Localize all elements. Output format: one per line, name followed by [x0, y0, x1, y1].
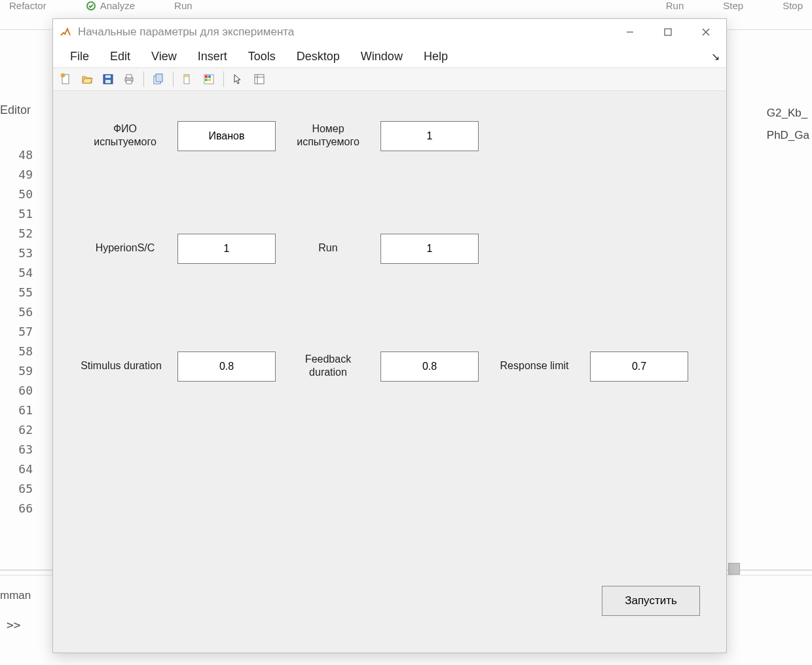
- bg-line-number: 60: [7, 381, 33, 401]
- bg-editor-label: Editor: [0, 103, 31, 117]
- svg-rect-9: [105, 80, 111, 83]
- bg-line-number: 58: [7, 342, 33, 361]
- minimize-button[interactable]: [611, 19, 649, 45]
- bg-file-item: PhD_Ga: [767, 124, 809, 147]
- menubar: File Edit View Insert Tools Desktop Wind…: [53, 45, 726, 67]
- bg-line-number: 59: [7, 361, 33, 381]
- svg-rect-8: [105, 75, 111, 78]
- print-icon[interactable]: [120, 70, 138, 88]
- svg-rect-19: [208, 75, 211, 78]
- save-icon[interactable]: [99, 70, 117, 88]
- matlab-icon: [60, 26, 71, 38]
- input-subject-name[interactable]: [177, 121, 276, 151]
- bg-file-list: G2_Kb_PhD_Ga: [767, 102, 809, 147]
- svg-rect-2: [665, 29, 671, 35]
- bg-file-item: G2_Kb_: [767, 102, 809, 124]
- bg-top-run: Run: [174, 0, 193, 11]
- bg-line-number: 52: [7, 224, 33, 243]
- input-feedback-duration[interactable]: [380, 351, 479, 382]
- figure-copy-icon[interactable]: [149, 70, 168, 88]
- bg-top-step: Step: [723, 0, 743, 11]
- bg-top-refactor: Refactor: [9, 0, 46, 11]
- bg-line-number: 66: [7, 499, 33, 518]
- bg-scrollbar-corner: [728, 563, 740, 575]
- titlebar: Начальные параметры для эксперимента: [53, 19, 726, 45]
- bg-line-number: 53: [7, 243, 33, 263]
- bg-top-run2: Run: [666, 0, 684, 11]
- bg-top-stop: Stop: [783, 0, 803, 11]
- bg-line-number: 63: [7, 440, 33, 459]
- bg-line-number: 65: [7, 479, 33, 499]
- open-folder-icon[interactable]: [78, 70, 96, 88]
- bg-line-number: 62: [7, 420, 33, 440]
- bg-line-number: 50: [7, 185, 33, 204]
- dock-toggle-icon[interactable]: ↘: [705, 50, 720, 63]
- svg-rect-21: [208, 79, 211, 81]
- toolbar-separator: [173, 71, 174, 87]
- input-subject-number[interactable]: [380, 121, 479, 151]
- bg-command-label: mman: [0, 589, 31, 602]
- menu-view[interactable]: View: [141, 47, 187, 66]
- label-run: Run: [282, 242, 374, 255]
- figure-body: ФИО испытуемого Номер испытуемого Hyperi…: [53, 91, 726, 653]
- close-button[interactable]: [687, 19, 725, 45]
- bg-line-number: 48: [7, 145, 33, 165]
- input-stimulus-duration[interactable]: [177, 351, 276, 382]
- label-subject-number: Номер испытуемого: [282, 122, 374, 149]
- svg-rect-22: [255, 75, 264, 84]
- bg-line-number: 51: [7, 204, 33, 224]
- menu-edit[interactable]: Edit: [100, 47, 141, 66]
- svg-rect-18: [205, 75, 208, 78]
- bg-line-number: 56: [7, 302, 33, 322]
- bg-prompt: >>: [7, 618, 21, 632]
- new-file-icon[interactable]: [57, 70, 75, 88]
- window-title: Начальные параметры для эксперимента: [78, 26, 294, 39]
- menu-tools[interactable]: Tools: [238, 47, 286, 66]
- bg-line-number: 55: [7, 283, 33, 302]
- bg-line-number: 61: [7, 401, 33, 420]
- maximize-button[interactable]: [649, 19, 687, 45]
- menu-file[interactable]: File: [60, 47, 100, 66]
- toolbar-separator: [143, 71, 144, 87]
- bg-line-number: 49: [7, 165, 33, 185]
- axes-properties-icon[interactable]: [250, 70, 268, 88]
- figure-window: Начальные параметры для эксперимента Fil…: [52, 18, 727, 653]
- svg-rect-14: [156, 74, 162, 82]
- colorbar-icon[interactable]: [200, 70, 218, 88]
- launch-button[interactable]: Запустить: [602, 586, 700, 616]
- svg-rect-16: [185, 75, 189, 77]
- label-stimulus-duration: Stimulus duration: [69, 359, 174, 372]
- label-feedback-duration: Feedback duration: [282, 353, 374, 379]
- svg-rect-20: [205, 79, 208, 81]
- label-subject-name: ФИО испытуемого: [79, 122, 171, 149]
- bg-line-gutter: 48495051525354555657585960616263646566: [7, 145, 33, 518]
- bg-line-number: 64: [7, 459, 33, 479]
- figure-toolbar: [53, 67, 726, 91]
- analyze-icon: [86, 1, 96, 11]
- menu-insert[interactable]: Insert: [187, 47, 238, 66]
- menu-desktop[interactable]: Desktop: [286, 47, 350, 66]
- toolbar-separator: [223, 71, 224, 87]
- input-hyperion[interactable]: [177, 234, 276, 264]
- label-response-limit: Response limit: [485, 359, 583, 372]
- input-response-limit[interactable]: [590, 351, 688, 382]
- svg-rect-11: [126, 75, 132, 78]
- datatip-icon[interactable]: [179, 70, 197, 88]
- pointer-icon[interactable]: [229, 70, 248, 88]
- input-run[interactable]: [380, 234, 479, 264]
- bg-top-analyze: Analyze: [100, 0, 135, 11]
- menu-window[interactable]: Window: [350, 47, 413, 66]
- bg-line-number: 57: [7, 322, 33, 342]
- menu-help[interactable]: Help: [413, 47, 458, 66]
- label-hyperion: HyperionS/C: [79, 242, 171, 255]
- svg-rect-12: [126, 81, 132, 84]
- bg-line-number: 54: [7, 263, 33, 283]
